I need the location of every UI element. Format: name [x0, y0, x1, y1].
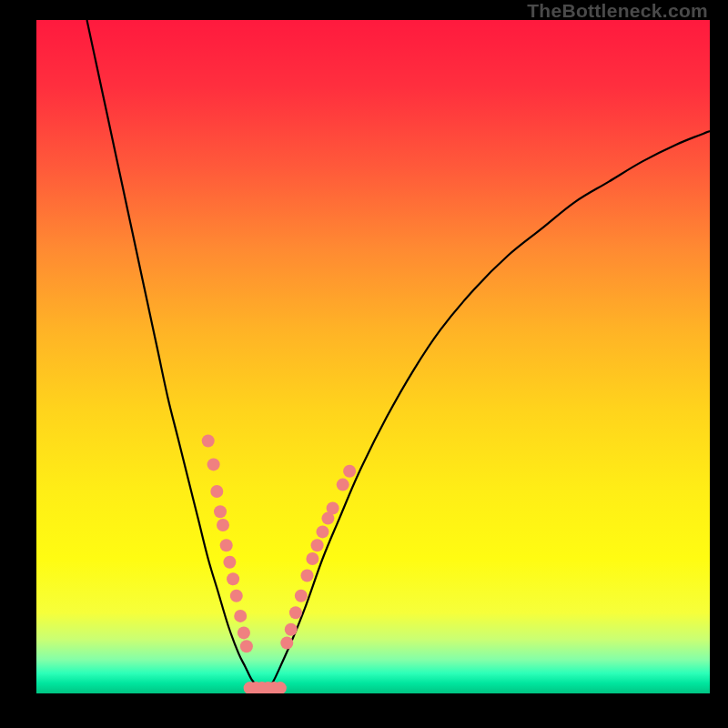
- marker-layer: [202, 435, 356, 694]
- series-left-curve: [87, 20, 266, 690]
- marker-dot: [230, 590, 243, 602]
- marker-dot: [210, 485, 223, 498]
- marker-dot: [285, 623, 298, 636]
- marker-dot: [295, 590, 308, 602]
- chart-svg: [36, 20, 710, 693]
- series-right-curve: [266, 131, 710, 690]
- marker-dot: [311, 539, 324, 551]
- marker-dot: [223, 556, 236, 569]
- chart-frame: TheBottleneck.com: [0, 0, 728, 728]
- marker-dot: [214, 505, 227, 518]
- marker-dot: [306, 552, 318, 565]
- marker-dot: [207, 458, 220, 470]
- marker-dot: [227, 572, 239, 585]
- marker-dot: [240, 640, 253, 652]
- marker-dot: [317, 525, 329, 538]
- marker-dot: [300, 570, 313, 582]
- marker-dot: [289, 606, 302, 619]
- watermark-text: TheBottleneck.com: [527, 0, 708, 22]
- marker-dot: [343, 465, 356, 478]
- marker-dot: [234, 610, 247, 622]
- marker-dot: [202, 435, 215, 448]
- marker-dot: [220, 539, 233, 551]
- marker-dot: [337, 479, 349, 491]
- curve-layer: [87, 20, 711, 690]
- plot-area: [36, 20, 710, 693]
- marker-dot: [238, 626, 250, 639]
- marker-dot: [280, 637, 293, 650]
- marker-dot: [327, 502, 339, 515]
- marker-dot: [217, 519, 229, 531]
